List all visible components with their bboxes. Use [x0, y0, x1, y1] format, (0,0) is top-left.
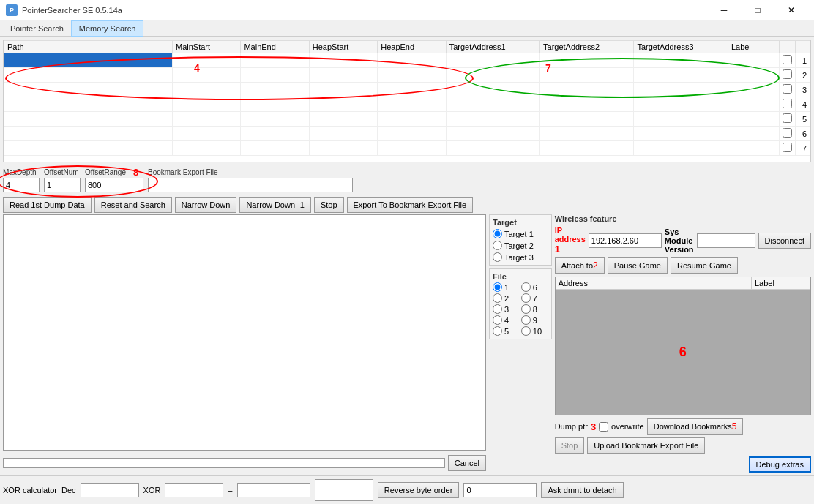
- file-2-option[interactable]: 2: [493, 293, 520, 303]
- checkbox-6[interactable]: [783, 128, 792, 138]
- reverse-byte-button[interactable]: Reverse byte order: [378, 482, 460, 498]
- overwrite-checkbox[interactable]: [599, 422, 608, 432]
- target-3-radio[interactable]: [493, 252, 502, 262]
- file-9-radio[interactable]: [521, 315, 531, 325]
- xor-input[interactable]: [165, 483, 223, 497]
- cell-label-5: [728, 112, 779, 127]
- offset-num-input[interactable]: [44, 178, 81, 192]
- target-2-option[interactable]: Target 2: [493, 241, 548, 250]
- file-4-option[interactable]: 4: [493, 315, 520, 325]
- narrow-down-minus1-button[interactable]: Narrow Down -1: [239, 197, 310, 213]
- file-1-radio[interactable]: [493, 282, 502, 292]
- target-1-option[interactable]: Target 1: [493, 229, 548, 238]
- cell-check-2[interactable]: [780, 68, 796, 83]
- table-row[interactable]: 4: [4, 97, 810, 112]
- narrow-down-button[interactable]: Narrow Down: [175, 197, 237, 213]
- download-bookmarks-button[interactable]: Download Bookmarks 5: [647, 418, 744, 435]
- target-3-option[interactable]: Target 3: [493, 252, 548, 262]
- checkbox-3[interactable]: [783, 84, 792, 94]
- cell-target2-6: [540, 127, 634, 141]
- cell-label-2: [728, 68, 779, 83]
- checkbox-4[interactable]: [783, 99, 792, 108]
- cell-mainend-1: [241, 53, 309, 68]
- checkbox-1[interactable]: [783, 55, 792, 64]
- offset-range-input[interactable]: [85, 178, 143, 192]
- file-10-radio[interactable]: [521, 326, 531, 336]
- checkbox-2[interactable]: [783, 69, 792, 79]
- cell-num-2: 2: [796, 68, 810, 83]
- export-bookmark-button[interactable]: Export To Bookmark Export File: [347, 197, 473, 213]
- read-1st-dump-button[interactable]: Read 1st Dump Data: [3, 197, 92, 213]
- file-2-radio[interactable]: [493, 293, 502, 303]
- maximize-button[interactable]: □: [741, 0, 774, 20]
- file-6-radio[interactable]: [521, 282, 531, 292]
- max-depth-input[interactable]: [3, 178, 40, 192]
- file-7-radio[interactable]: [521, 293, 531, 303]
- file-9-option[interactable]: 9: [521, 315, 548, 325]
- attach-button[interactable]: Attach to 2: [555, 257, 605, 274]
- cell-target3-7: [634, 141, 728, 156]
- checkbox-7[interactable]: [783, 143, 792, 152]
- cell-check-1[interactable]: [780, 53, 796, 68]
- file-3-option[interactable]: 3: [493, 304, 520, 314]
- table-row[interactable]: 7: [4, 141, 810, 156]
- wireless-stop-button[interactable]: Stop: [555, 437, 585, 454]
- ask-dmnt-button[interactable]: Ask dmnt to detach: [541, 482, 623, 498]
- stop-button[interactable]: Stop: [314, 197, 344, 213]
- file-3-radio[interactable]: [493, 304, 502, 314]
- pause-game-button[interactable]: Pause Game: [608, 257, 668, 274]
- cell-target3-3: [634, 83, 728, 97]
- debug-extras-button[interactable]: Debug extras: [749, 456, 811, 473]
- cell-target1-4: [446, 97, 539, 112]
- file-5-option[interactable]: 5: [493, 326, 520, 336]
- menu-memory-search[interactable]: Memory Search: [71, 20, 144, 37]
- target-1-radio[interactable]: [493, 229, 502, 238]
- cell-check-3[interactable]: [780, 83, 796, 97]
- left-panel: Cancel: [3, 214, 486, 473]
- cell-heapend-5: [378, 112, 446, 127]
- file-6-option[interactable]: 6: [521, 282, 548, 292]
- cell-check-7[interactable]: [780, 141, 796, 156]
- bookmark-export-input[interactable]: [148, 178, 353, 192]
- cell-check-5[interactable]: [780, 112, 796, 127]
- file-8-radio[interactable]: [521, 304, 531, 314]
- file-8-option[interactable]: 8: [521, 304, 548, 314]
- table-row[interactable]: 2: [4, 68, 810, 83]
- table-row[interactable]: 3: [4, 83, 810, 97]
- file-7-option[interactable]: 7: [521, 293, 548, 303]
- file-10-option[interactable]: 10: [521, 326, 548, 336]
- minimize-button[interactable]: ─: [707, 0, 741, 20]
- cell-target1-5: [446, 112, 539, 127]
- max-depth-group: MaxDepth: [3, 168, 40, 192]
- target-2-radio[interactable]: [493, 241, 502, 250]
- menu-pointer-search[interactable]: Pointer Search: [3, 20, 71, 37]
- output-text-area[interactable]: [3, 214, 486, 451]
- app-title: PointerSearcher SE 0.5.14a: [22, 6, 122, 15]
- table-row[interactable]: 5: [4, 112, 810, 127]
- file-4-radio[interactable]: [493, 315, 502, 325]
- cell-path-4: [4, 97, 173, 112]
- disconnect-button[interactable]: Disconnect: [758, 233, 811, 249]
- table-row[interactable]: 1: [4, 53, 810, 68]
- table-wrapper[interactable]: Path MainStart MainEnd HeapStart HeapEnd…: [4, 40, 810, 162]
- cell-heapend-4: [378, 97, 446, 112]
- table-row[interactable]: 6: [4, 127, 810, 141]
- bottom-section: Cancel Target Target 1 Target 2 Target 3: [0, 214, 814, 475]
- reset-search-button[interactable]: Reset and Search: [94, 197, 172, 213]
- cell-check-6[interactable]: [780, 127, 796, 141]
- xor-result-input[interactable]: [237, 483, 310, 497]
- cell-check-4[interactable]: [780, 97, 796, 112]
- resume-game-button[interactable]: Resume Game: [671, 257, 738, 274]
- menu-bar: Pointer Search Memory Search: [0, 20, 814, 37]
- checkbox-5[interactable]: [783, 113, 792, 123]
- reverse-byte-input[interactable]: [463, 483, 537, 497]
- file-5-radio[interactable]: [493, 326, 502, 336]
- dec-input[interactable]: [81, 483, 139, 497]
- file-1-option[interactable]: 1: [493, 282, 520, 292]
- cancel-button[interactable]: Cancel: [448, 455, 486, 471]
- upload-bookmark-button[interactable]: Upload Bookmark Export File: [587, 437, 705, 454]
- sys-module-input[interactable]: [697, 233, 755, 248]
- cell-target2-7: [540, 141, 634, 156]
- ip-input[interactable]: [589, 233, 662, 248]
- close-button[interactable]: ✕: [774, 0, 808, 20]
